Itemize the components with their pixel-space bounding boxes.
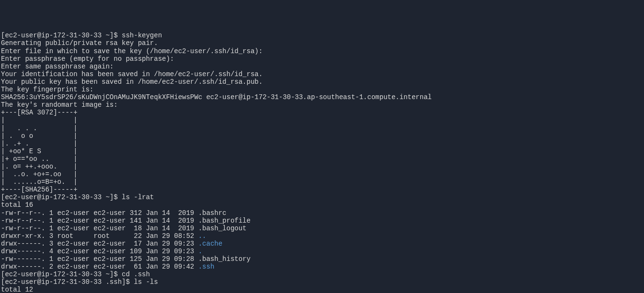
output-line: -rw-r--r--. 1 ec2-user ec2-user 141 Jan … [1, 217, 643, 225]
randomart-line: |+ o==*oo .. | [1, 155, 643, 163]
output-line: drwxr-xr-x. 3 root root 22 Jan 29 08:52 … [1, 232, 643, 240]
randomart-line: +----[SHA256]-----+ [1, 186, 643, 193]
prompt-line: [ec2-user@ip-172-31-30-33 ~]$ cd .ssh [1, 270, 643, 278]
randomart-line: | | [1, 116, 643, 124]
terminal-output: [ec2-user@ip-172-31-30-33 ~]$ ssh-keygen… [1, 32, 643, 293]
output-line: The key's randomart image is: [1, 101, 643, 109]
shell-prompt: [ec2-user@ip-172-31-30-33 ~]$ [1, 270, 122, 278]
prompt-line: [ec2-user@ip-172-31-30-33 ~]$ ls -lrat [1, 193, 643, 201]
output-line: Enter same passphrase again: [1, 63, 643, 70]
output-line: -rw-r--r--. 1 ec2-user ec2-user 312 Jan … [1, 209, 643, 217]
shell-prompt: [ec2-user@ip-172-31-30-33 ~]$ [1, 193, 122, 201]
randomart-line: | . . . | [1, 124, 643, 132]
command-text: ls -ls [134, 278, 158, 286]
command-text: cd .ssh [122, 270, 150, 278]
output-line: total 12 [1, 286, 643, 293]
output-line: Your identification has been saved in /h… [1, 70, 643, 78]
randomart-line: |. .+ . | [1, 140, 643, 147]
output-line: The key fingerprint is: [1, 86, 643, 93]
randomart-line: +---[RSA 3072]----+ [1, 109, 643, 116]
output-line: drwx------. 3 ec2-user ec2-user 17 Jan 2… [1, 240, 643, 248]
ls-entry: drwxr-xr-x. 3 root root 22 Jan 29 08:52 [1, 232, 198, 240]
randomart-line: |. o= ++.+ooo. | [1, 163, 643, 170]
output-line: -rw-------. 1 ec2-user ec2-user 125 Jan … [1, 255, 643, 263]
directory-link: . [198, 248, 202, 255]
directory-link: .cache [198, 240, 222, 248]
prompt-line: [ec2-user@ip-172-31-30-33 ~]$ ssh-keygen [1, 32, 643, 39]
ls-entry: drwx------. 4 ec2-user ec2-user 109 Jan … [1, 248, 198, 255]
directory-link: .ssh [198, 263, 215, 270]
randomart-line: | . o o | [1, 132, 643, 140]
ls-entry: drwx------. 3 ec2-user ec2-user 17 Jan 2… [1, 240, 198, 248]
output-line: Enter file in which to save the key (/ho… [1, 47, 643, 55]
output-line: Generating public/private rsa key pair. [1, 39, 643, 47]
output-line: drwx------. 2 ec2-user ec2-user 61 Jan 2… [1, 263, 643, 270]
output-line: SHA256:3uY5sdrSP26/sKuDWnjCOnAMuJK9NTeqk… [1, 93, 643, 101]
shell-prompt: [ec2-user@ip-172-31-30-33 .ssh]$ [1, 278, 134, 286]
ls-entry: drwx------. 2 ec2-user ec2-user 61 Jan 2… [1, 263, 198, 270]
output-line: drwx------. 4 ec2-user ec2-user 109 Jan … [1, 248, 643, 255]
output-line: Enter passphrase (empty for no passphras… [1, 55, 643, 63]
randomart-line: | ..o. +o+=.oo | [1, 170, 643, 178]
shell-prompt: [ec2-user@ip-172-31-30-33 ~]$ [1, 32, 122, 39]
output-line: Your public key has been saved in /home/… [1, 78, 643, 86]
directory-link: .. [198, 232, 207, 240]
command-text: ssh-keygen [122, 32, 162, 39]
prompt-line: [ec2-user@ip-172-31-30-33 .ssh]$ ls -ls [1, 278, 643, 286]
randomart-line: | ......o=B=+o. | [1, 178, 643, 186]
output-line: -rw-r--r--. 1 ec2-user ec2-user 18 Jan 1… [1, 225, 643, 232]
output-line: total 16 [1, 201, 643, 209]
randomart-line: | +oo* E S | [1, 147, 643, 155]
command-text: ls -lrat [122, 193, 154, 201]
